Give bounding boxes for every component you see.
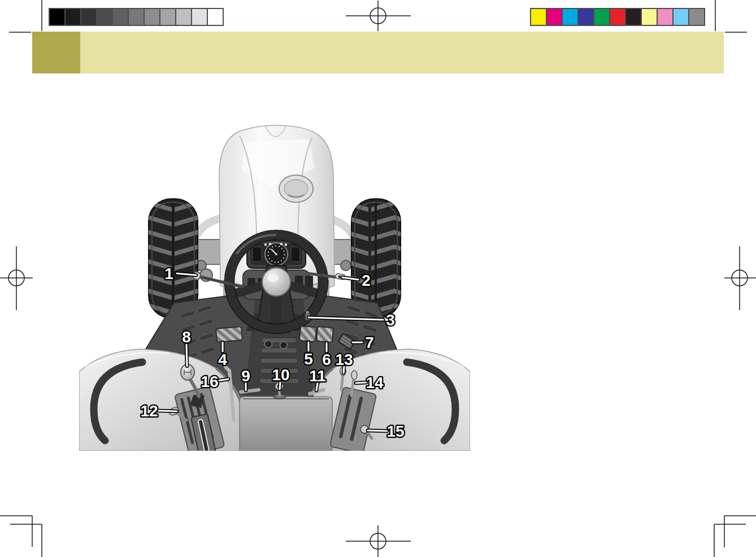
chapter-header-band: [32, 32, 724, 73]
calibration-swatch: [626, 9, 642, 25]
callout-label-11: 11: [309, 367, 326, 385]
crop-marks-top-right: [715, 0, 747, 32]
calibration-swatch: [689, 9, 704, 25]
calibration-swatch: [160, 9, 176, 25]
calibration-swatch: [594, 9, 610, 25]
calibration-swatch: [176, 9, 192, 25]
calibration-swatch: [674, 9, 689, 25]
callout-label-8: 8: [182, 328, 191, 346]
callout-leader-line: [186, 345, 187, 366]
calibration-swatch: [192, 9, 208, 25]
color-calibration-bar: [530, 8, 705, 26]
calibration-swatch: [658, 9, 674, 25]
calibration-swatch: [579, 9, 594, 25]
calibration-swatch: [113, 9, 129, 25]
calibration-swatch: [66, 9, 81, 25]
callout-label-12: 12: [140, 402, 158, 420]
callout-label-16: 16: [201, 373, 218, 390]
callout-leader-line: [368, 430, 387, 431]
chapter-accent-block: [32, 32, 80, 73]
manual-page: 12345678910111213141516: [0, 0, 756, 557]
calibration-swatch: [129, 9, 145, 25]
callout-label-4: 4: [218, 351, 227, 368]
callout-label-10: 10: [272, 366, 289, 384]
calibration-swatch: [208, 9, 223, 25]
horn-hub: [262, 268, 290, 296]
callout-label-9: 9: [241, 367, 250, 385]
crop-marks-top-left: [9, 0, 42, 32]
registration-mark-right: [724, 246, 756, 310]
registration-mark-left: [0, 246, 33, 310]
calibration-swatch: [50, 9, 66, 25]
callout-label-6: 6: [322, 351, 331, 368]
calibration-swatch: [547, 9, 563, 25]
seat-base: [240, 397, 332, 451]
fuel-cap: [279, 175, 313, 202]
crop-marks-bottom-left: [0, 516, 42, 557]
grayscale-calibration-bar: [49, 8, 224, 26]
calibration-swatch: [563, 9, 579, 25]
calibration-swatch: [531, 9, 547, 25]
callout-label-13: 13: [335, 351, 353, 368]
calibration-swatch: [610, 9, 626, 25]
callout-label-2: 2: [362, 272, 371, 289]
diff-lock-lever: [241, 390, 259, 392]
callout-leader-line: [356, 382, 366, 383]
clutch-pedal: [216, 327, 242, 342]
callout-label-5: 5: [304, 350, 313, 368]
brake-pedal-right: [316, 327, 333, 342]
registration-mark-top: [346, 1, 411, 31]
callout-label-15: 15: [386, 423, 404, 440]
brake-pedal-left: [299, 326, 316, 342]
callout-label-7: 7: [365, 334, 374, 351]
front-tire-right: [351, 199, 475, 318]
callout-label-1: 1: [164, 265, 173, 282]
callout-leader-line: [158, 411, 177, 411]
callout-label-14: 14: [366, 374, 384, 391]
tractor-operator-station-figure: 12345678910111213141516: [73, 119, 475, 458]
registration-mark-bottom: [346, 525, 411, 557]
calibration-swatch: [97, 9, 113, 25]
calibration-swatch: [145, 9, 160, 25]
calibration-swatch: [642, 9, 658, 25]
callout-label-3: 3: [386, 311, 395, 329]
crop-marks-bottom-right: [714, 516, 756, 557]
calibration-swatch: [81, 9, 97, 25]
